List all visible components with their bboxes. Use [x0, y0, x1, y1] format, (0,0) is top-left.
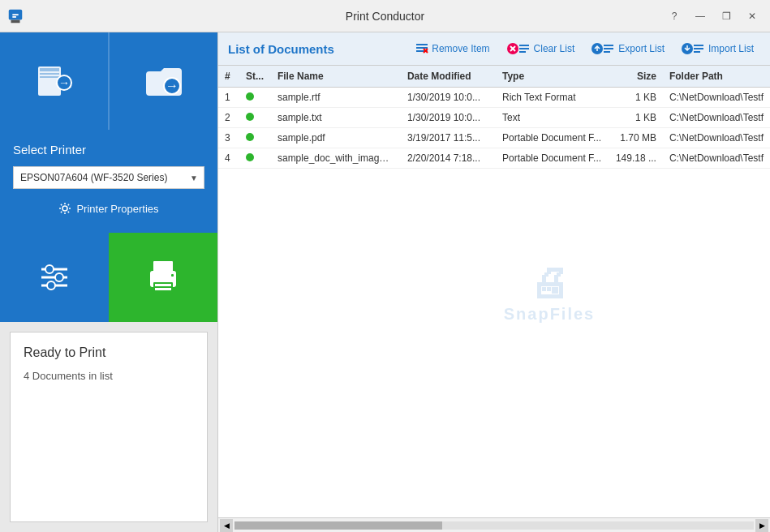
cell-status — [239, 148, 271, 169]
clear-list-button[interactable]: Clear List — [500, 39, 582, 58]
remove-item-button[interactable]: Remove Item — [409, 39, 496, 58]
scroll-track[interactable] — [234, 521, 754, 530]
status-count-label: 4 Documents in list — [24, 370, 194, 382]
cell-num: 3 — [218, 128, 239, 148]
title-bar-controls: ? — ❒ ✕ — [663, 5, 764, 28]
printer-select[interactable]: EPSON07A604 (WF-3520 Series) — [13, 166, 204, 189]
col-header-filename: File Name — [271, 66, 401, 88]
settings-sliders-icon — [35, 258, 74, 297]
status-box: Ready to Print 4 Documents in list — [10, 332, 208, 522]
main-layout: → → Select Printer EPSON07A604 (WF-3520 … — [0, 32, 770, 532]
svg-rect-25 — [416, 44, 428, 45]
svg-rect-44 — [694, 45, 703, 46]
settings-button[interactable] — [0, 233, 109, 322]
add-files-button[interactable]: → — [0, 32, 110, 130]
svg-point-18 — [47, 281, 55, 290]
print-button[interactable] — [109, 233, 217, 322]
minimize-button[interactable]: — — [689, 5, 712, 28]
svg-rect-39 — [604, 45, 613, 46]
import-list-icon — [681, 42, 694, 55]
import-lines-icon — [694, 43, 705, 54]
watermark: 🖨 SnapFiles — [504, 260, 595, 324]
svg-rect-35 — [519, 48, 529, 49]
print-icon — [142, 256, 184, 298]
cell-type: Portable Document F... — [496, 148, 608, 169]
cell-status — [239, 128, 271, 148]
scroll-thumb[interactable] — [234, 521, 442, 530]
col-header-num: # — [218, 66, 239, 88]
doc-list-area: 🖨 SnapFiles # St... File Name Date Modif… — [218, 66, 770, 517]
help-button[interactable]: ? — [663, 5, 686, 28]
cell-num: 2 — [218, 108, 239, 128]
top-action-buttons: → → — [0, 32, 217, 130]
table-header-row: # St... File Name Date Modified Type Siz… — [218, 66, 770, 88]
select-printer-section: Select Printer EPSON07A604 (WF-3520 Seri… — [0, 130, 217, 233]
svg-rect-22 — [155, 284, 171, 286]
cell-date: 3/19/2017 11:5... — [401, 128, 496, 148]
cell-date: 1/30/2019 10:0... — [401, 88, 496, 108]
add-folder-button[interactable]: → — [110, 32, 217, 130]
svg-text:→: → — [166, 79, 179, 92]
title-bar: Print Conductor ? — ❒ ✕ — [0, 0, 770, 32]
export-list-button[interactable]: Export List — [584, 39, 671, 58]
cell-type: Text — [496, 108, 608, 128]
doc-table[interactable]: # St... File Name Date Modified Type Siz… — [218, 66, 770, 169]
cell-num: 4 — [218, 148, 239, 169]
import-list-label: Import List — [708, 43, 754, 54]
col-header-date: Date Modified — [401, 66, 496, 88]
left-panel: → → Select Printer EPSON07A604 (WF-3520 … — [0, 32, 217, 532]
svg-rect-2 — [12, 14, 18, 15]
scroll-left-arrow[interactable]: ◀ — [220, 519, 233, 532]
svg-rect-46 — [694, 51, 700, 53]
svg-rect-40 — [604, 48, 613, 49]
table-row[interactable]: 4 sample_doc_with_image.... 2/20/2014 7:… — [218, 148, 770, 169]
table-row[interactable]: 3 sample.pdf 3/19/2017 11:5... Portable … — [218, 128, 770, 148]
status-ready-label: Ready to Print — [24, 345, 194, 360]
svg-rect-5 — [40, 68, 59, 71]
cell-date: 1/30/2019 10:0... — [401, 108, 496, 128]
cell-type: Portable Document F... — [496, 128, 608, 148]
svg-rect-45 — [694, 48, 703, 49]
table-row[interactable]: 2 sample.txt 1/30/2019 10:0... Text 1 KB… — [218, 108, 770, 128]
cell-size: 149.18 ... — [608, 148, 663, 169]
printer-properties-label: Printer Properties — [76, 203, 158, 215]
cell-size: 1.70 MB — [608, 128, 663, 148]
status-dot — [246, 133, 254, 141]
export-list-label: Export List — [618, 43, 665, 54]
watermark-icon: 🖨 — [504, 260, 595, 305]
col-header-size: Size — [608, 66, 663, 88]
cell-filename: sample_doc_with_image.... — [271, 148, 401, 169]
remove-item-label: Remove Item — [432, 43, 489, 54]
table-row[interactable]: 1 sample.rtf 1/30/2019 10:0... Rich Text… — [218, 88, 770, 108]
app-icon — [6, 7, 24, 25]
cell-type: Rich Text Format — [496, 88, 608, 108]
add-files-icon: → — [33, 60, 75, 102]
list-title: List of Documents — [228, 42, 406, 56]
svg-point-12 — [62, 206, 67, 211]
cell-size: 1 KB — [608, 108, 663, 128]
cell-folder: C:\NetDownload\Testf — [663, 108, 770, 128]
status-dot — [246, 92, 254, 101]
cell-status — [239, 88, 271, 108]
cell-filename: sample.txt — [271, 108, 401, 128]
svg-rect-41 — [604, 51, 610, 53]
svg-rect-1 — [11, 19, 20, 23]
scroll-right-arrow[interactable]: ▶ — [755, 519, 768, 532]
svg-point-16 — [55, 273, 63, 281]
col-header-status: St... — [239, 66, 271, 88]
title-bar-left — [6, 7, 24, 25]
clear-list-label: Clear List — [534, 43, 575, 54]
gear-icon — [58, 202, 71, 215]
export-lines-icon — [604, 43, 615, 54]
status-dot — [246, 153, 254, 161]
cell-filename: sample.rtf — [271, 88, 401, 108]
printer-properties-button[interactable]: Printer Properties — [13, 197, 204, 220]
remove-item-icon — [415, 42, 428, 55]
cell-filename: sample.pdf — [271, 128, 401, 148]
svg-point-14 — [45, 265, 54, 273]
svg-rect-24 — [171, 274, 174, 277]
close-button[interactable]: ✕ — [741, 5, 764, 28]
horizontal-scrollbar[interactable]: ◀ ▶ — [218, 517, 770, 532]
import-list-button[interactable]: Import List — [674, 39, 760, 58]
maximize-button[interactable]: ❒ — [715, 5, 738, 28]
